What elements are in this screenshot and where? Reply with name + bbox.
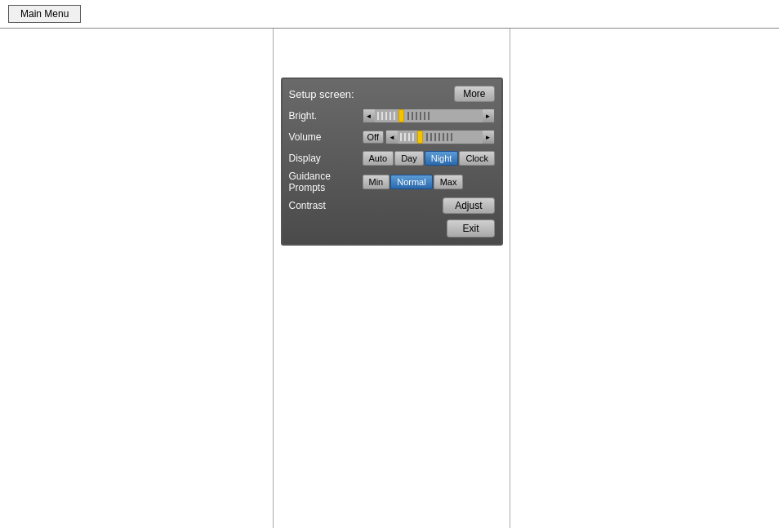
brightness-slider[interactable]: ◄ bbox=[363, 109, 495, 123]
volume-row: Volume Off ◄ bbox=[289, 128, 495, 146]
display-row: Display Auto Day Night Clock bbox=[289, 149, 495, 167]
center-panel: Setup screen: More Bright. ◄ bbox=[274, 29, 510, 528]
tick bbox=[434, 133, 436, 141]
display-night-button[interactable]: Night bbox=[425, 151, 459, 166]
brightness-label: Bright. bbox=[289, 110, 363, 122]
display-day-button[interactable]: Day bbox=[394, 151, 424, 166]
tick bbox=[426, 133, 428, 141]
top-bar: Main Menu bbox=[0, 0, 779, 29]
volume-label: Volume bbox=[289, 131, 363, 143]
tick bbox=[424, 112, 425, 120]
display-controls: Auto Day Night Clock bbox=[363, 151, 495, 166]
volume-slider[interactable]: ◄ bbox=[385, 130, 495, 144]
tick bbox=[443, 133, 444, 141]
tick bbox=[438, 133, 440, 141]
guidance-prompts-row: Guidance Prompts Min Normal Max bbox=[289, 171, 495, 193]
tick bbox=[394, 112, 395, 120]
volume-ticks bbox=[400, 131, 480, 144]
volume-controls: Off ◄ bbox=[363, 130, 495, 144]
right-panel bbox=[510, 29, 779, 528]
tick bbox=[412, 133, 414, 141]
setup-screen-widget: Setup screen: More Bright. ◄ bbox=[281, 78, 503, 246]
volume-left-arrow[interactable]: ◄ bbox=[386, 131, 398, 144]
brightness-controls: ◄ bbox=[363, 109, 495, 123]
exit-button[interactable]: Exit bbox=[447, 219, 494, 237]
brightness-track bbox=[375, 109, 483, 122]
tick bbox=[416, 112, 417, 120]
tick bbox=[420, 112, 421, 120]
contrast-adjust-button[interactable]: Adjust bbox=[443, 197, 494, 214]
brightness-ticks bbox=[377, 109, 480, 122]
guidance-prompts-controls: Min Normal Max bbox=[363, 175, 495, 189]
tick bbox=[412, 112, 413, 120]
brightness-right-arrow[interactable]: ► bbox=[483, 109, 494, 122]
tick bbox=[381, 112, 383, 120]
tick bbox=[430, 133, 432, 141]
tick bbox=[404, 133, 406, 141]
main-menu-button[interactable]: Main Menu bbox=[8, 5, 81, 23]
volume-off-button[interactable]: Off bbox=[363, 131, 384, 144]
more-button[interactable]: More bbox=[454, 86, 494, 102]
content-area: Setup screen: More Bright. ◄ bbox=[0, 29, 779, 528]
tick bbox=[377, 112, 379, 120]
tick bbox=[447, 133, 448, 141]
contrast-controls: Adjust bbox=[363, 197, 495, 214]
brightness-left-arrow[interactable]: ◄ bbox=[363, 109, 375, 122]
display-label: Display bbox=[289, 153, 363, 164]
contrast-label: Contrast bbox=[289, 200, 363, 211]
guidance-max-button[interactable]: Max bbox=[434, 175, 464, 189]
tick bbox=[407, 112, 409, 120]
exit-row: Exit bbox=[289, 219, 495, 237]
tick bbox=[390, 112, 391, 120]
tick bbox=[408, 133, 410, 141]
display-clock-button[interactable]: Clock bbox=[459, 151, 495, 166]
tick bbox=[428, 112, 430, 120]
volume-track bbox=[398, 131, 483, 144]
contrast-row: Contrast Adjust bbox=[289, 197, 495, 215]
brightness-row: Bright. ◄ bbox=[289, 107, 495, 125]
tick bbox=[400, 133, 402, 141]
volume-thumb bbox=[417, 131, 423, 144]
display-auto-button[interactable]: Auto bbox=[363, 151, 394, 166]
setup-header: Setup screen: More bbox=[289, 86, 495, 102]
tick bbox=[385, 112, 387, 120]
brightness-thumb bbox=[398, 109, 404, 122]
guidance-min-button[interactable]: Min bbox=[363, 175, 390, 189]
guidance-prompts-label: Guidance Prompts bbox=[289, 171, 363, 193]
guidance-normal-button[interactable]: Normal bbox=[390, 175, 432, 189]
volume-right-arrow[interactable]: ► bbox=[483, 131, 494, 144]
tick bbox=[451, 133, 452, 141]
setup-screen-title: Setup screen: bbox=[289, 88, 354, 100]
left-panel bbox=[0, 29, 274, 528]
